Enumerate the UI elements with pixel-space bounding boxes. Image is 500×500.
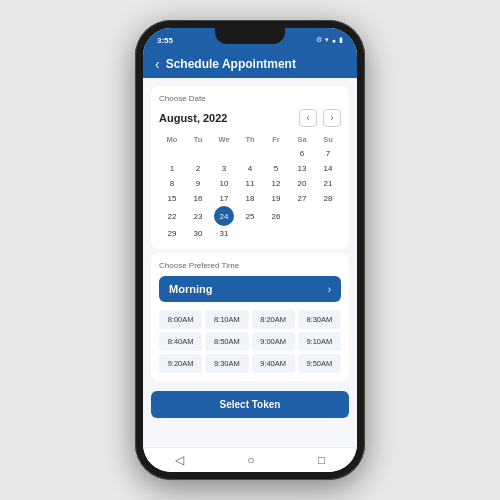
cal-cell[interactable]	[263, 146, 289, 161]
cal-cell-9[interactable]: 9	[185, 176, 211, 191]
calendar-week-3: 8 9 10 11 12 20 21	[159, 176, 341, 191]
time-section: Choose Prefered Time Morning › 8:00AM 8:…	[151, 253, 349, 381]
cal-cell[interactable]	[237, 146, 263, 161]
cal-cell	[263, 226, 289, 241]
calendar-navigation: ‹ ›	[299, 109, 341, 127]
time-slot-10[interactable]: 9:40AM	[252, 354, 295, 373]
cal-cell-15[interactable]: 15	[159, 191, 185, 206]
phone-screen: 3:55 ⚙ ▾ ● ▮ ‹ Schedule Appointment Choo…	[143, 28, 357, 472]
choose-date-label: Choose Date	[159, 94, 341, 103]
cal-cell-1[interactable]: 1	[159, 161, 185, 176]
status-icons: ⚙ ▾ ● ▮	[316, 36, 343, 44]
day-header-tu: Tu	[185, 133, 211, 146]
time-slot-8[interactable]: 9:20AM	[159, 354, 202, 373]
cal-cell[interactable]	[185, 146, 211, 161]
cal-cell-28[interactable]: 28	[315, 191, 341, 206]
select-token-button[interactable]: Select Token	[151, 391, 349, 418]
calendar-week-2: 1 2 3 4 5 13 14	[159, 161, 341, 176]
day-header-mo: Mo	[159, 133, 185, 146]
cal-cell	[237, 226, 263, 241]
cal-cell-2[interactable]: 2	[185, 161, 211, 176]
bottom-button-wrap: Select Token	[143, 385, 357, 424]
cal-cell	[315, 226, 341, 241]
cal-cell-4[interactable]: 4	[237, 161, 263, 176]
time-slot-3[interactable]: 8:30AM	[298, 310, 341, 329]
cal-cell-19[interactable]: 19	[263, 191, 289, 206]
cal-cell-25[interactable]: 25	[237, 206, 263, 226]
cal-cell-23[interactable]: 23	[185, 206, 211, 226]
cal-cell-30[interactable]: 30	[185, 226, 211, 241]
cal-cell	[289, 226, 315, 241]
chevron-right-icon: ›	[328, 284, 331, 295]
day-header-fr: Fr	[263, 133, 289, 146]
cal-cell-14[interactable]: 14	[315, 161, 341, 176]
cal-cell	[315, 206, 341, 226]
time-slot-7[interactable]: 9:10AM	[298, 332, 341, 351]
phone-frame: 3:55 ⚙ ▾ ● ▮ ‹ Schedule Appointment Choo…	[135, 20, 365, 480]
cal-cell-13[interactable]: 13	[289, 161, 315, 176]
cal-cell[interactable]	[211, 146, 237, 161]
calendar-week-4: 15 16 17 18 19 27 28	[159, 191, 341, 206]
battery-icon: ▮	[339, 36, 343, 44]
cal-cell-10[interactable]: 10	[211, 176, 237, 191]
calendar-grid: Mo Tu We Th Fr Sa Su	[159, 133, 341, 241]
cal-cell-22[interactable]: 22	[159, 206, 185, 226]
next-month-button[interactable]: ›	[323, 109, 341, 127]
time-slot-0[interactable]: 8:00AM	[159, 310, 202, 329]
home-nav-icon[interactable]: ○	[247, 453, 254, 467]
signal-icon: ●	[332, 37, 336, 44]
time-slot-2[interactable]: 8:20AM	[252, 310, 295, 329]
calendar-section: Choose Date August, 2022 ‹ › Mo Tu We Th	[151, 86, 349, 249]
wifi-icon: ▾	[325, 36, 329, 44]
cal-cell-8[interactable]: 8	[159, 176, 185, 191]
prev-month-button[interactable]: ‹	[299, 109, 317, 127]
recents-nav-icon[interactable]: □	[318, 453, 325, 467]
cal-cell-29[interactable]: 29	[159, 226, 185, 241]
time-slot-9[interactable]: 9:30AM	[205, 354, 248, 373]
day-header-su: Su	[315, 133, 341, 146]
cal-cell[interactable]	[159, 146, 185, 161]
time-period-selector[interactable]: Morning ›	[159, 276, 341, 302]
calendar-day-headers: Mo Tu We Th Fr Sa Su	[159, 133, 341, 146]
cal-cell-5[interactable]: 5	[263, 161, 289, 176]
page-title: Schedule Appointment	[166, 57, 296, 71]
bottom-navigation: ◁ ○ □	[143, 447, 357, 472]
cal-cell-27[interactable]: 27	[289, 191, 315, 206]
time-slot-1[interactable]: 8:10AM	[205, 310, 248, 329]
cal-cell-12[interactable]: 12	[263, 176, 289, 191]
app-header: ‹ Schedule Appointment	[143, 50, 357, 78]
time-period-label: Morning	[169, 283, 212, 295]
choose-time-label: Choose Prefered Time	[159, 261, 341, 270]
time-slot-4[interactable]: 8:40AM	[159, 332, 202, 351]
time-slot-11[interactable]: 9:50AM	[298, 354, 341, 373]
cal-cell-6[interactable]: 6	[289, 146, 315, 161]
time-slot-6[interactable]: 9:00AM	[252, 332, 295, 351]
calendar-week-6: 29 30 31	[159, 226, 341, 241]
cal-cell-31[interactable]: 31	[211, 226, 237, 241]
calendar-month: August, 2022	[159, 112, 227, 124]
time-slot-5[interactable]: 8:50AM	[205, 332, 248, 351]
back-nav-icon[interactable]: ◁	[175, 453, 184, 467]
content-area: Choose Date August, 2022 ‹ › Mo Tu We Th	[143, 78, 357, 447]
cal-cell-3[interactable]: 3	[211, 161, 237, 176]
settings-icon: ⚙	[316, 36, 322, 44]
calendar-header: August, 2022 ‹ ›	[159, 109, 341, 127]
cal-cell-20[interactable]: 20	[289, 176, 315, 191]
cal-cell-16[interactable]: 16	[185, 191, 211, 206]
notch	[215, 28, 285, 44]
calendar-week-5: 22 23 24 25 26	[159, 206, 341, 226]
day-header-we: We	[211, 133, 237, 146]
day-header-sa: Sa	[289, 133, 315, 146]
cal-cell-11[interactable]: 11	[237, 176, 263, 191]
cal-cell-18[interactable]: 18	[237, 191, 263, 206]
calendar-week-1: 6 7	[159, 146, 341, 161]
back-button[interactable]: ‹	[155, 56, 160, 72]
cal-cell-24-selected[interactable]: 24	[214, 206, 234, 226]
status-time: 3:55	[157, 36, 173, 45]
cal-cell	[289, 206, 315, 226]
cal-cell-21[interactable]: 21	[315, 176, 341, 191]
cal-cell-17[interactable]: 17	[211, 191, 237, 206]
cal-cell-7[interactable]: 7	[315, 146, 341, 161]
cal-cell-26[interactable]: 26	[263, 206, 289, 226]
time-slots-grid: 8:00AM 8:10AM 8:20AM 8:30AM 8:40AM 8:50A…	[159, 310, 341, 373]
